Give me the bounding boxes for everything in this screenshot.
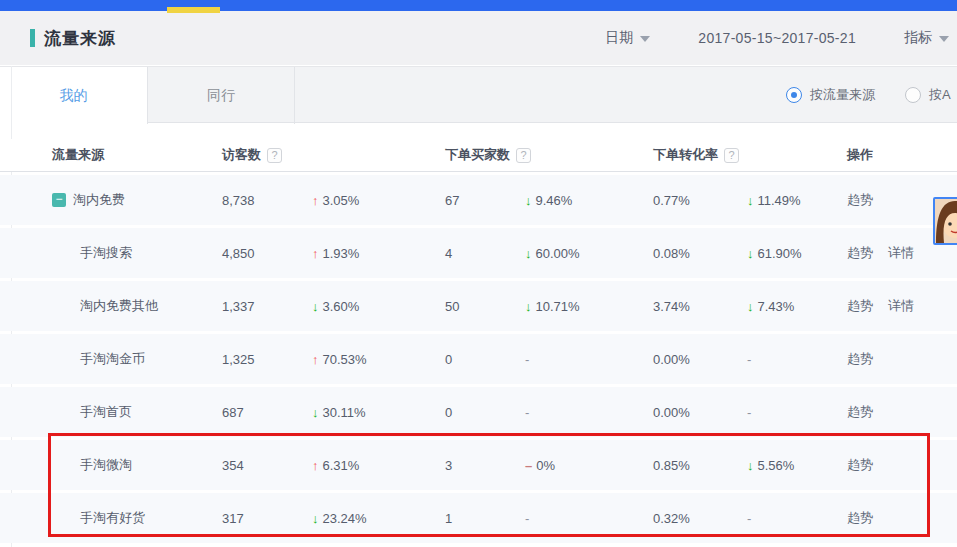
change-value: 61.90% xyxy=(758,246,802,261)
trend-link[interactable]: 趋势 xyxy=(847,298,873,313)
down-arrow-icon: ↓ xyxy=(312,511,319,526)
detail-link[interactable]: 详情 xyxy=(888,245,914,260)
visitors-change: ↑3.05% xyxy=(312,193,445,208)
actions-cell: 趋势详情 xyxy=(847,244,957,262)
help-icon[interactable]: ? xyxy=(267,148,282,163)
visitors-change: ↓23.24% xyxy=(312,511,445,526)
change-value: - xyxy=(747,511,751,526)
change-value: 60.00% xyxy=(536,246,580,261)
buyers-change: ↓60.00% xyxy=(525,246,653,261)
buyers-value: 0 xyxy=(445,352,525,367)
radio-by-traffic-source[interactable]: 按流量来源 xyxy=(786,86,875,104)
buyers-change: ↓10.71% xyxy=(525,299,653,314)
page-header: 流量来源 日期 2017-05-15~2017-05-21 指标 xyxy=(0,11,957,65)
change-value: 70.53% xyxy=(323,352,367,367)
visitors-change: ↑1.93% xyxy=(312,246,445,261)
table-row: 手淘有好货317↓23.24%1-0.32%-趋势 xyxy=(0,493,957,543)
buyers-change: - xyxy=(525,405,653,420)
up-arrow-icon: ↑ xyxy=(312,352,319,367)
buyers-value: 4 xyxy=(445,246,525,261)
conversion-value: 3.74% xyxy=(653,299,747,314)
conversion-change: - xyxy=(747,405,847,420)
collapse-minus-icon[interactable]: − xyxy=(52,193,66,207)
date-range-value[interactable]: 2017-05-15~2017-05-21 xyxy=(698,30,856,46)
trend-link[interactable]: 趋势 xyxy=(847,192,873,207)
chevron-down-icon xyxy=(939,36,949,42)
conversion-change: ↓7.43% xyxy=(747,299,847,314)
down-arrow-icon: ↓ xyxy=(747,299,754,314)
col-header-visitors: 访客数 ? xyxy=(222,146,445,164)
trend-link[interactable]: 趋势 xyxy=(847,510,873,525)
change-value: 3.05% xyxy=(323,193,360,208)
source-name-cell: 手淘搜索 xyxy=(52,244,222,262)
source-name: 淘内免费其他 xyxy=(80,297,158,315)
conversion-change: ↓5.56% xyxy=(747,458,847,473)
tab-bar: 我的 同行 按流量来源 按A xyxy=(0,66,957,123)
trend-link[interactable]: 趋势 xyxy=(847,404,873,419)
change-value: - xyxy=(747,405,751,420)
visitors-change: ↑70.53% xyxy=(312,352,445,367)
down-arrow-icon: ↓ xyxy=(312,299,319,314)
visitors-change: ↓3.60% xyxy=(312,299,445,314)
buyers-change: - xyxy=(525,352,653,367)
table-row: −淘内免费8,738↑3.05%67↓9.46%0.77%↓11.49%趋势 xyxy=(0,175,957,225)
down-arrow-icon: ↓ xyxy=(747,193,754,208)
active-nav-tab-indicator xyxy=(167,7,220,13)
radio-by-traffic-source-label: 按流量来源 xyxy=(810,86,875,104)
radio-unselected-icon xyxy=(905,87,921,103)
help-icon[interactable]: ? xyxy=(724,148,739,163)
visitors-value: 1,337 xyxy=(222,299,312,314)
actions-cell: 趋势 xyxy=(847,350,957,368)
source-name-cell: 手淘首页 xyxy=(52,403,222,421)
up-arrow-icon: ↑ xyxy=(312,193,319,208)
trend-link[interactable]: 趋势 xyxy=(847,245,873,260)
col-header-conversion-label: 下单转化率 xyxy=(653,146,718,164)
help-icon[interactable]: ? xyxy=(516,148,531,163)
conversion-value: 0.08% xyxy=(653,246,747,261)
change-value: - xyxy=(525,352,529,367)
view-mode-radio-group: 按流量来源 按A xyxy=(786,67,951,123)
change-value: 23.24% xyxy=(323,511,367,526)
tab-peers[interactable]: 同行 xyxy=(148,67,295,124)
change-value: 30.11% xyxy=(323,405,366,420)
buyers-value: 1 xyxy=(445,511,525,526)
trend-link[interactable]: 趋势 xyxy=(847,457,873,472)
service-avatar-icon[interactable] xyxy=(933,197,957,245)
change-value: 9.46% xyxy=(536,193,573,208)
visitors-change: ↑6.31% xyxy=(312,458,445,473)
change-value: - xyxy=(747,352,751,367)
radio-by-a[interactable]: 按A xyxy=(905,86,951,104)
tab-mine[interactable]: 我的 xyxy=(0,67,148,124)
detail-link[interactable]: 详情 xyxy=(888,298,914,313)
tab-peers-label: 同行 xyxy=(207,87,235,105)
tab-mine-label: 我的 xyxy=(60,87,88,105)
date-dropdown[interactable]: 日期 xyxy=(605,29,650,47)
table-body: −淘内免费8,738↑3.05%67↓9.46%0.77%↓11.49%趋势手淘… xyxy=(0,175,957,543)
visitors-value: 317 xyxy=(222,511,312,526)
source-name-cell: 淘内免费其他 xyxy=(52,297,222,315)
table-row: 手淘首页687↓30.11%0-0.00%-趋势 xyxy=(0,387,957,437)
metric-dropdown[interactable]: 指标 xyxy=(904,29,949,47)
col-header-actions: 操作 xyxy=(847,146,957,164)
header-controls: 日期 2017-05-15~2017-05-21 指标 xyxy=(605,11,949,65)
actions-cell: 趋势 xyxy=(847,456,957,474)
visitors-value: 8,738 xyxy=(222,193,312,208)
date-dropdown-label: 日期 xyxy=(605,29,633,47)
radio-by-a-label: 按A xyxy=(929,86,951,104)
source-name-cell: 手淘微淘 xyxy=(52,456,222,474)
table-header-row: 流量来源 访客数 ? 下单买家数 ? 下单转化率 ? 操作 xyxy=(0,139,957,172)
source-name: 淘内免费 xyxy=(73,191,125,209)
trend-link[interactable]: 趋势 xyxy=(847,351,873,366)
table-row: 淘内免费其他1,337↓3.60%50↓10.71%3.74%↓7.43%趋势详… xyxy=(0,281,957,331)
source-name: 手淘微淘 xyxy=(80,456,132,474)
buyers-value: 3 xyxy=(445,458,525,473)
conversion-change: ↓11.49% xyxy=(747,193,847,208)
flat-arrow-icon: – xyxy=(525,458,532,473)
change-value: 11.49% xyxy=(758,193,801,208)
col-header-buyers-label: 下单买家数 xyxy=(445,146,510,164)
visitors-value: 4,850 xyxy=(222,246,312,261)
conversion-value: 0.77% xyxy=(653,193,747,208)
down-arrow-icon: ↓ xyxy=(525,299,532,314)
source-name: 手淘有好货 xyxy=(80,509,145,527)
change-value: 0% xyxy=(536,458,555,473)
